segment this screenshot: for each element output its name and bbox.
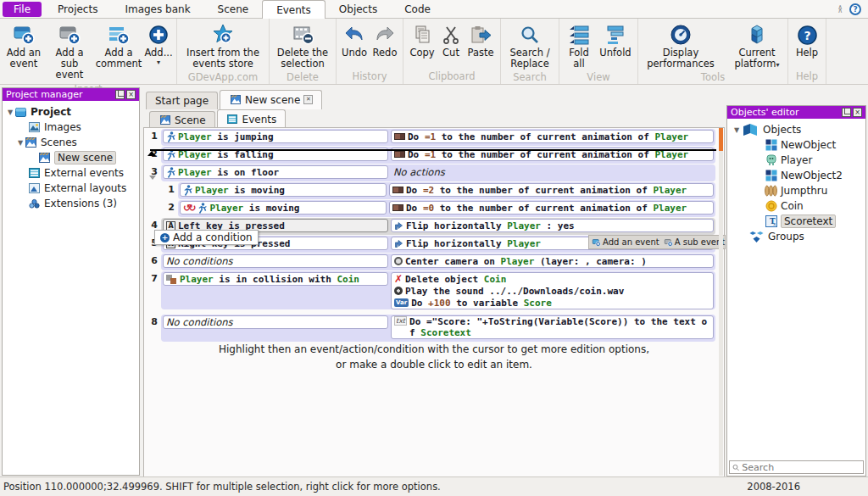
event-actions[interactable]: Do =0 to the number of current animation…	[389, 201, 714, 215]
objects-search-input[interactable]	[742, 462, 860, 473]
group-insert: Add an event Add a sub event Add a comme…	[0, 19, 177, 84]
add-condition-button[interactable]: + Add a condition	[154, 230, 259, 245]
menu-file[interactable]: File	[3, 2, 42, 17]
help-button[interactable]: ? Help	[791, 21, 823, 59]
delete-selection-button[interactable]: Delete the selection	[272, 21, 333, 70]
no-actions-label[interactable]: No actions	[393, 165, 445, 178]
sub-event-row[interactable]: 2 ↺↻ Player is moving Do =0 to the numbe…	[146, 200, 715, 217]
project-manager-panel: Project manager × ▼ Project Images ▼ Sce…	[2, 87, 140, 476]
menu-events[interactable]: Events	[262, 0, 326, 19]
events-scrollbar-thumb[interactable]	[719, 128, 723, 151]
expander-icon[interactable]: ▼	[16, 139, 25, 147]
display-performances-button[interactable]: Display performances	[641, 21, 721, 70]
event-row[interactable]: 1 Player is jumping Do =1 to the number …	[146, 129, 715, 146]
event-condition[interactable]: ↺↻ Player is moving	[180, 201, 387, 215]
menu-projects[interactable]: Projects	[44, 0, 111, 19]
event-condition[interactable]: Player is moving	[180, 183, 387, 197]
expander-icon[interactable]: ▼	[6, 109, 14, 116]
event-actions[interactable]: Do =1 to the number of current animation…	[391, 130, 714, 143]
event-row[interactable]: 8 No conditions txtDo ="Score: "+ToStrin…	[146, 315, 715, 343]
close-tab-icon[interactable]: ✕	[303, 95, 313, 104]
add-event-button[interactable]: Add an event	[3, 21, 45, 70]
restore-panel-icon[interactable]	[842, 108, 851, 117]
help-circle-icon[interactable]: ?	[849, 3, 861, 15]
collapse-ribbon-icon[interactable]: ∧∧	[837, 6, 843, 13]
event-actions[interactable]: Flip horizontally Player : yes	[391, 219, 714, 232]
text-object-icon: Tx	[765, 215, 777, 227]
event-condition[interactable]: Player is in collision with Coin	[163, 272, 388, 286]
event-number: 1	[163, 182, 175, 199]
status-position-text: Position 110.000000;32.499969. SHIFT for…	[3, 481, 441, 493]
menu-images-bank[interactable]: Images bank	[111, 0, 203, 19]
event-actions[interactable]: ✗Delete object Coin Play the sound ../..…	[391, 272, 714, 309]
close-panel-icon[interactable]: ×	[853, 108, 862, 117]
fold-marker-icon[interactable]	[149, 176, 156, 180]
search-replace-button[interactable]: Search / Replace	[504, 21, 556, 70]
tree-item-scoretext[interactable]: Tx Scoretext	[727, 214, 865, 229]
hover-sub-event-button[interactable]: A sub event	[664, 237, 726, 247]
scene-icon	[25, 137, 37, 148]
tree-item-objects[interactable]: ▼ Objects	[727, 122, 865, 137]
objects-book-icon	[741, 122, 760, 137]
event-actions[interactable]: Center camera on Player (layer: , camera…	[391, 254, 714, 268]
add-sub-event-icon	[58, 22, 81, 47]
insert-from-store-button[interactable]: Insert from the events store	[180, 21, 266, 70]
objects-search-box[interactable]	[729, 460, 864, 474]
tab-events-editor[interactable]: Events	[217, 109, 287, 129]
menu-objects[interactable]: Objects	[326, 0, 391, 19]
tree-item-newobject2[interactable]: NewObject2	[727, 168, 865, 183]
group-caption: History	[339, 70, 400, 84]
insertion-line	[150, 149, 716, 151]
group-store: Insert from the events store GDevApp.com	[177, 19, 270, 84]
expander-icon[interactable]: ▼	[732, 126, 741, 134]
group-history: Undo Redo History	[337, 19, 403, 84]
add-comment-button[interactable]: Add a comment	[94, 21, 143, 70]
unfold-icon	[604, 22, 626, 47]
paste-button[interactable]: Paste	[464, 21, 498, 59]
sub-event-row[interactable]: 1 Player is moving Do =2 to the number o…	[146, 182, 715, 199]
tree-item-extensions[interactable]: Extensions (3)	[3, 196, 139, 211]
hover-add-event-button[interactable]: Add an event	[592, 237, 659, 247]
redo-button[interactable]: Redo	[370, 21, 400, 59]
add-sub-event-button[interactable]: Add a sub event	[45, 21, 94, 82]
tab-new-scene[interactable]: New scene ✕	[220, 90, 322, 109]
tree-item-external-layouts[interactable]: External layouts	[3, 181, 139, 196]
ribbon-toolbar: Add an event Add a sub event Add a comme…	[0, 19, 868, 85]
tree-item-scenes[interactable]: ▼ Scenes	[3, 135, 139, 150]
fold-all-button[interactable]: Fold all	[562, 21, 596, 70]
event-condition[interactable]: No conditions	[163, 315, 388, 329]
event-row[interactable]: 7 Player is in collision with Coin ✗Dele…	[146, 271, 715, 311]
tree-item-groups[interactable]: Groups	[727, 229, 865, 244]
tree-item-jumpthru[interactable]: Jumpthru	[727, 183, 865, 198]
events-scrollbar[interactable]	[719, 128, 723, 476]
event-condition[interactable]: No conditions	[163, 254, 388, 268]
tree-item-coin[interactable]: Coin	[727, 198, 865, 214]
unfold-button[interactable]: Unfold	[596, 21, 635, 59]
cut-button[interactable]: Cut	[438, 21, 464, 59]
add-more-icon	[148, 22, 169, 47]
sound-icon	[394, 287, 403, 295]
event-actions[interactable]: txtDo ="Score: "+ToString(Variable(Score…	[391, 315, 714, 339]
tree-item-images[interactable]: Images	[3, 120, 139, 135]
event-condition[interactable]: Player is jumping	[163, 130, 388, 143]
add-more-button[interactable]: Add... ▾	[143, 21, 174, 67]
menu-scene[interactable]: Scene	[204, 0, 263, 19]
event-row[interactable]: 6 No conditions Center camera on Player …	[146, 254, 715, 270]
copy-button[interactable]: Copy	[406, 21, 438, 59]
tree-item-external-events[interactable]: External events	[3, 165, 139, 181]
current-platform-button[interactable]: Current platform▾	[729, 21, 785, 70]
tree-item-project[interactable]: ▼ Project	[3, 104, 139, 120]
event-condition[interactable]: Player is on floor	[163, 165, 388, 179]
undo-button[interactable]: Undo	[339, 21, 370, 59]
tab-start-page[interactable]: Start page	[146, 92, 218, 109]
tree-item-newobject[interactable]: NewObject	[727, 137, 865, 153]
event-actions[interactable]: Do =2 to the number of current animation…	[389, 183, 714, 197]
tab-scene-editor[interactable]: Scene	[149, 111, 215, 129]
tree-item-new-scene[interactable]: New scene	[3, 150, 139, 165]
restore-panel-icon[interactable]	[115, 90, 125, 99]
event-row[interactable]: 3 Player is on floor No actions	[146, 164, 715, 181]
close-panel-icon[interactable]: ×	[126, 90, 136, 99]
copy-icon	[413, 22, 431, 47]
menu-code[interactable]: Code	[391, 0, 444, 19]
tree-item-player[interactable]: Player	[727, 153, 865, 168]
